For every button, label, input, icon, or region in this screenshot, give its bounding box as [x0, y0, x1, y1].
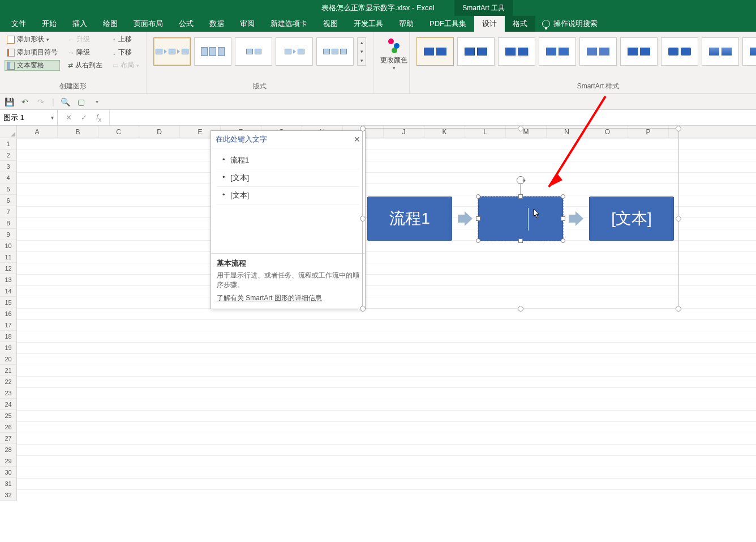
layout-thumb-2[interactable]: [194, 37, 231, 66]
qat-icon-2[interactable]: ▢: [77, 97, 86, 106]
smartart-box-1[interactable]: 流程1: [367, 197, 452, 241]
shape-handle[interactable]: [518, 194, 523, 199]
qat-icon-1[interactable]: 🔍: [61, 97, 70, 106]
row-header-13[interactable]: 13: [0, 274, 16, 285]
row-header-1[interactable]: 1: [0, 138, 16, 150]
row-header-11[interactable]: 11: [0, 251, 16, 263]
smartart-box-2[interactable]: [478, 197, 563, 241]
demote-button[interactable]: →降级: [66, 47, 105, 58]
column-header-C[interactable]: C: [98, 126, 139, 138]
layouts-gallery[interactable]: ▴▾▾: [151, 34, 368, 69]
canvas-handle[interactable]: [518, 306, 523, 311]
row-header-21[interactable]: 21: [0, 365, 16, 376]
smartart-box-2-selected[interactable]: [478, 197, 563, 241]
tab-审阅[interactable]: 审阅: [232, 16, 263, 32]
row-header-26[interactable]: 26: [0, 421, 16, 433]
layout-thumb-3[interactable]: [235, 37, 272, 66]
tell-me-search[interactable]: 操作说明搜索: [542, 16, 598, 32]
add-bullet-button[interactable]: 添加项目符号: [5, 47, 60, 58]
save-button[interactable]: 💾: [5, 97, 14, 106]
row-header-3[interactable]: 3: [0, 161, 16, 172]
select-all-corner[interactable]: [0, 126, 17, 138]
text-pane-close-button[interactable]: ✕: [354, 135, 360, 144]
row-header-14[interactable]: 14: [0, 285, 16, 297]
name-box[interactable]: 图示 1▾: [0, 110, 58, 125]
text-pane-list[interactable]: 流程1[文本][文本]: [211, 148, 365, 253]
tab-数据[interactable]: 数据: [201, 16, 232, 32]
text-pane-toggle[interactable]: 文本窗格: [5, 60, 60, 71]
qat-more-button[interactable]: ▾: [93, 97, 102, 106]
style-thumb-6[interactable]: [620, 37, 658, 66]
shape-handle[interactable]: [476, 238, 480, 243]
row-header-28[interactable]: 28: [0, 444, 16, 455]
smartart-text-pane[interactable]: 在此处键入文字 ✕ 流程1[文本][文本] 基本流程 用于显示行进、或者任务、流…: [211, 130, 366, 309]
style-thumb-8[interactable]: [702, 37, 739, 66]
text-pane-item[interactable]: [文本]: [217, 169, 359, 187]
row-header-20[interactable]: 20: [0, 353, 16, 365]
tab-视图[interactable]: 视图: [315, 16, 346, 32]
move-up-button[interactable]: ↑上移: [110, 34, 141, 45]
tab-设计[interactable]: 设计: [474, 16, 505, 32]
formula-input[interactable]: [110, 110, 756, 125]
style-thumb-7[interactable]: [661, 37, 698, 66]
shape-handle[interactable]: [476, 216, 480, 221]
tab-文件[interactable]: 文件: [3, 16, 34, 32]
row-header-31[interactable]: 31: [0, 478, 16, 489]
enter-formula-button[interactable]: ✓: [81, 113, 87, 122]
row-header-5[interactable]: 5: [0, 183, 16, 195]
row-header-16[interactable]: 16: [0, 308, 16, 319]
promote-button[interactable]: ←升级: [66, 34, 105, 45]
row-header-22[interactable]: 22: [0, 376, 16, 387]
canvas-handle[interactable]: [676, 216, 681, 221]
row-header-15[interactable]: 15: [0, 297, 16, 308]
row-header-23[interactable]: 23: [0, 387, 16, 399]
tab-页面布局[interactable]: 页面布局: [126, 16, 171, 32]
change-colors-button[interactable]: 更改颜色 ▾: [378, 34, 410, 74]
row-header-12[interactable]: 12: [0, 263, 16, 274]
undo-button[interactable]: ↶: [20, 97, 29, 106]
row-header-29[interactable]: 29: [0, 455, 16, 467]
row-header-2[interactable]: 2: [0, 150, 16, 161]
layout-thumb-4[interactable]: [276, 37, 313, 66]
row-header-17[interactable]: 17: [0, 319, 16, 331]
style-thumb-4[interactable]: [539, 37, 576, 66]
shape-handle[interactable]: [561, 194, 565, 199]
styles-gallery[interactable]: [414, 34, 756, 82]
text-pane-learn-more-link[interactable]: 了解有关 SmartArt 图形的详细信息: [217, 293, 322, 303]
row-header-27[interactable]: 27: [0, 433, 16, 444]
rtl-button[interactable]: ⇄从右到左: [66, 60, 105, 71]
layout-button[interactable]: ▭布局 ▾: [110, 60, 141, 71]
tab-PDF工具集[interactable]: PDF工具集: [422, 16, 474, 32]
canvas-handle[interactable]: [518, 126, 523, 131]
move-down-button[interactable]: ↓下移: [110, 47, 141, 58]
shape-handle[interactable]: [561, 238, 565, 243]
tab-绘图[interactable]: 绘图: [95, 16, 126, 32]
rotate-handle-icon[interactable]: [517, 176, 525, 184]
column-header-D[interactable]: D: [139, 126, 180, 138]
tab-开发工具[interactable]: 开发工具: [346, 16, 391, 32]
redo-button[interactable]: ↷: [36, 97, 45, 106]
row-header-9[interactable]: 9: [0, 229, 16, 240]
fx-button[interactable]: fx: [96, 113, 101, 123]
text-pane-item[interactable]: 流程1: [217, 152, 359, 169]
tab-开始[interactable]: 开始: [34, 16, 65, 32]
add-shape-button[interactable]: 添加形状 ▾: [5, 34, 60, 45]
row-header-25[interactable]: 25: [0, 410, 16, 421]
smartart-canvas[interactable]: 流程1 [文本]: [362, 128, 679, 309]
text-pane-item[interactable]: [文本]: [217, 187, 359, 204]
row-header-8[interactable]: 8: [0, 217, 16, 229]
tab-格式[interactable]: 格式: [505, 16, 535, 32]
layout-thumb-1[interactable]: [153, 37, 191, 66]
canvas-handle[interactable]: [360, 216, 366, 221]
row-header-18[interactable]: 18: [0, 331, 16, 342]
canvas-handle[interactable]: [676, 126, 681, 131]
row-header-4[interactable]: 4: [0, 172, 16, 183]
tab-插入[interactable]: 插入: [65, 16, 95, 32]
row-header-7[interactable]: 7: [0, 206, 16, 217]
tab-帮助[interactable]: 帮助: [391, 16, 422, 32]
layouts-more-button[interactable]: ▴▾▾: [357, 37, 366, 66]
cancel-formula-button[interactable]: ✕: [66, 113, 72, 122]
shape-handle[interactable]: [518, 238, 523, 243]
column-header-A[interactable]: A: [17, 126, 58, 138]
row-header-19[interactable]: 19: [0, 342, 16, 353]
